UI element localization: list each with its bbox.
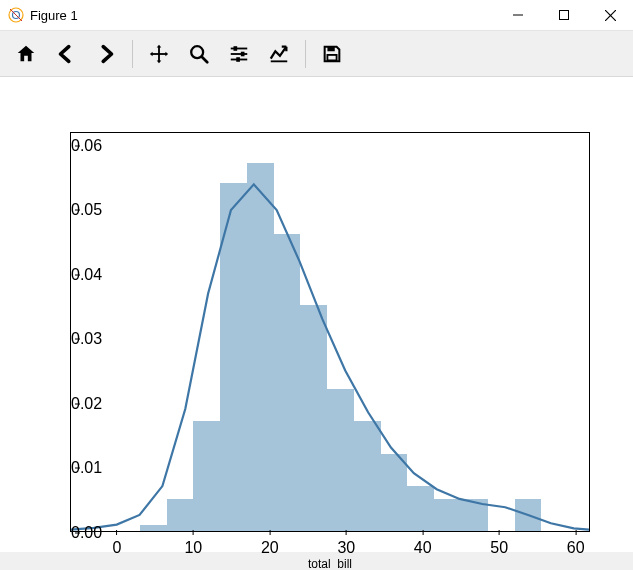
window-title: Figure 1 <box>30 8 78 23</box>
edit-axes-button[interactable] <box>259 34 299 74</box>
svg-rect-14 <box>241 51 245 56</box>
window-controls <box>495 0 633 30</box>
x-tick: 0 <box>112 531 121 557</box>
close-button[interactable] <box>587 0 633 30</box>
y-tick: 0.06 <box>71 137 79 155</box>
x-tick: 40 <box>414 531 432 557</box>
save-button[interactable] <box>312 34 352 74</box>
y-tick: 0.00 <box>71 524 79 542</box>
matplotlib-toolbar <box>0 30 633 77</box>
maximize-button[interactable] <box>541 0 587 30</box>
svg-rect-4 <box>560 11 569 20</box>
svg-line-2 <box>10 9 22 21</box>
x-tick: 20 <box>261 531 279 557</box>
svg-rect-19 <box>327 54 336 59</box>
y-tick: 0.02 <box>71 395 79 413</box>
toolbar-separator <box>305 40 306 68</box>
y-tick: 0.01 <box>71 459 79 477</box>
x-tick: 60 <box>567 531 585 557</box>
y-tick: 0.03 <box>71 330 79 348</box>
toolbar-separator <box>132 40 133 68</box>
axes: 0.000.010.020.030.040.050.06 01020304050… <box>70 132 590 532</box>
y-tick: 0.05 <box>71 201 79 219</box>
forward-button[interactable] <box>86 34 126 74</box>
svg-line-10 <box>202 56 208 62</box>
home-button[interactable] <box>6 34 46 74</box>
zoom-button[interactable] <box>179 34 219 74</box>
pan-button[interactable] <box>139 34 179 74</box>
configure-subplots-button[interactable] <box>219 34 259 74</box>
svg-rect-16 <box>236 57 240 62</box>
back-button[interactable] <box>46 34 86 74</box>
minimize-button[interactable] <box>495 0 541 30</box>
x-tick: 50 <box>490 531 508 557</box>
window-titlebar: Figure 1 <box>0 0 633 30</box>
y-tick: 0.04 <box>71 266 79 284</box>
kde-curve <box>71 133 589 531</box>
x-tick: 10 <box>184 531 202 557</box>
x-axis-label: total_bill <box>308 531 352 570</box>
svg-rect-12 <box>234 46 238 51</box>
app-icon <box>8 7 24 23</box>
svg-rect-18 <box>327 46 334 51</box>
figure-canvas[interactable]: 0.000.010.020.030.040.050.06 01020304050… <box>0 77 633 552</box>
